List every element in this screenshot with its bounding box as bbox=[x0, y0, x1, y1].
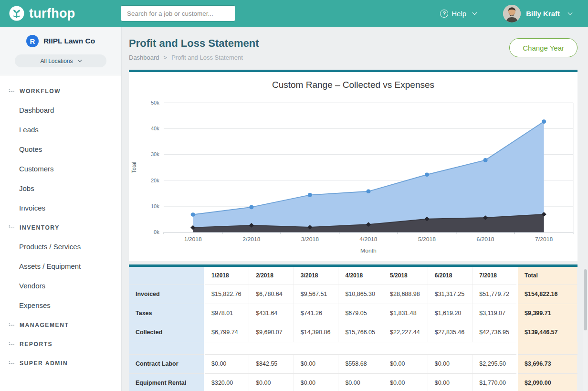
sidebar-item-dashboard[interactable]: Dashboard bbox=[0, 100, 121, 120]
total-header: Total bbox=[517, 267, 578, 285]
table-row: Invoiced$15,822.76$6,780.64$9,567.51$10,… bbox=[129, 285, 578, 304]
pl-table: 1/20182/20183/20184/20185/20186/20187/20… bbox=[129, 267, 578, 391]
change-year-button[interactable]: Change Year bbox=[509, 38, 578, 57]
sidebar-section-super-admin[interactable]: SUPER ADMIN bbox=[0, 353, 121, 372]
month-header: 4/2018 bbox=[338, 267, 383, 285]
month-header: 2/2018 bbox=[249, 267, 294, 285]
search-input[interactable] bbox=[121, 5, 235, 21]
turfhop-logo-icon bbox=[9, 5, 25, 21]
sidebar-item-vendors[interactable]: Vendors bbox=[0, 276, 121, 296]
cell-value: $320.00 bbox=[204, 373, 249, 391]
sidebar-item-customers[interactable]: Customers bbox=[0, 159, 121, 179]
app-window: turfhop ? Help Billy Kraft bbox=[0, 0, 588, 391]
breadcrumb-separator: > bbox=[164, 54, 168, 61]
sidebar-section-label: MANAGEMENT bbox=[20, 322, 69, 328]
cell-value: $431.64 bbox=[249, 304, 294, 323]
sidebar-item-leads[interactable]: Leads bbox=[0, 120, 121, 139]
svg-text:Month: Month bbox=[360, 248, 377, 254]
chevron-down-icon bbox=[568, 10, 573, 15]
row-total: $9,399.71 bbox=[517, 304, 578, 323]
cell-value bbox=[294, 342, 338, 354]
cell-value bbox=[383, 342, 428, 354]
user-menu[interactable]: Billy Kraft bbox=[503, 5, 572, 22]
sidebar-nav: WORKFLOWDashboardLeadsQuotesCustomersJob… bbox=[0, 75, 121, 378]
svg-text:40k: 40k bbox=[151, 126, 160, 132]
table-row: Contract Labor$0.00$842.55$0.00$558.68$0… bbox=[129, 354, 578, 373]
cell-value: $22,227.44 bbox=[383, 323, 428, 342]
cell-value: $0.00 bbox=[249, 373, 294, 391]
sidebar-item-quotes[interactable]: Quotes bbox=[0, 139, 121, 159]
cell-value: $1,831.48 bbox=[383, 304, 428, 323]
svg-text:6/2018: 6/2018 bbox=[476, 236, 494, 243]
sidebar-item-jobs[interactable]: Jobs bbox=[0, 179, 121, 198]
topbar: turfhop ? Help Billy Kraft bbox=[0, 0, 588, 27]
cell-value: $741.26 bbox=[294, 304, 338, 323]
month-header: 7/2018 bbox=[472, 267, 517, 285]
chart-svg: 0k10k20k30k40k50k1/20182/20183/20184/201… bbox=[129, 94, 578, 256]
sidebar: R RIIPL Lawn Co All Locations WORKFLOWDa… bbox=[0, 27, 122, 391]
month-header: 3/2018 bbox=[294, 267, 338, 285]
table-row: Collected$6,799.74$9,690.07$14,390.86$15… bbox=[129, 323, 578, 342]
sidebar-item-products-services[interactable]: Products / Services bbox=[0, 237, 121, 256]
month-header: 6/2018 bbox=[428, 267, 472, 285]
chevron-down-icon bbox=[472, 10, 477, 15]
company-name: RIIPL Lawn Co bbox=[43, 37, 95, 45]
breadcrumb-current: Profit and Loss Statement bbox=[171, 54, 243, 61]
tree-branch-icon bbox=[9, 225, 15, 231]
sidebar-item-assets-equipment[interactable]: Assets / Equipment bbox=[0, 256, 121, 276]
location-selector[interactable]: All Locations bbox=[15, 54, 106, 67]
table-card: 1/20182/20183/20184/20185/20186/20187/20… bbox=[129, 264, 578, 391]
sidebar-section-label: SUPER ADMIN bbox=[20, 360, 68, 367]
sidebar-item-expenses[interactable]: Expenses bbox=[0, 296, 121, 315]
cell-value: $679.05 bbox=[338, 304, 383, 323]
chevron-down-icon bbox=[77, 58, 81, 62]
help-menu[interactable]: ? Help bbox=[440, 10, 476, 18]
sidebar-section-reports[interactable]: REPORTS bbox=[0, 334, 121, 353]
cell-value: $0.00 bbox=[383, 373, 428, 391]
cell-value: $3,119.07 bbox=[472, 304, 517, 323]
cell-value: $2,295.50 bbox=[472, 354, 517, 373]
sidebar-section-inventory[interactable]: INVENTORY bbox=[0, 218, 121, 237]
svg-text:30k: 30k bbox=[151, 152, 160, 158]
table-scrollbar[interactable] bbox=[583, 268, 588, 391]
row-label-header bbox=[129, 267, 204, 285]
page-header: Profit and Loss Statement Dashboard > Pr… bbox=[129, 27, 578, 70]
svg-text:5/2018: 5/2018 bbox=[418, 236, 436, 243]
row-label: Invoiced bbox=[129, 285, 204, 304]
month-header: 1/2018 bbox=[204, 267, 249, 285]
breadcrumb-dashboard[interactable]: Dashboard bbox=[129, 54, 159, 61]
cell-value: $28,688.98 bbox=[383, 285, 428, 304]
cell-value: $1,619.20 bbox=[428, 304, 472, 323]
svg-text:2/2018: 2/2018 bbox=[242, 236, 261, 243]
cell-value: $0.00 bbox=[428, 373, 472, 391]
company: R RIIPL Lawn Co bbox=[8, 35, 114, 47]
svg-text:20k: 20k bbox=[151, 178, 160, 183]
svg-text:7/2018: 7/2018 bbox=[535, 236, 553, 243]
cell-value: $0.00 bbox=[294, 373, 338, 391]
brand-name: turfhop bbox=[29, 6, 75, 21]
sidebar-section-management[interactable]: MANAGEMENT bbox=[0, 315, 121, 334]
svg-text:3/2018: 3/2018 bbox=[301, 236, 319, 243]
tree-branch-icon bbox=[9, 361, 15, 366]
row-total: $154,822.16 bbox=[517, 285, 578, 304]
row-label: Taxes bbox=[129, 304, 204, 323]
row-label: Contract Labor bbox=[129, 354, 204, 373]
tree-branch-icon bbox=[9, 342, 15, 347]
cell-value: $842.55 bbox=[249, 354, 294, 373]
cell-value bbox=[428, 342, 472, 354]
cell-value: $0.00 bbox=[338, 373, 383, 391]
cell-value bbox=[338, 342, 383, 354]
row-label bbox=[129, 342, 204, 354]
sidebar-section-workflow[interactable]: WORKFLOW bbox=[0, 81, 121, 100]
cell-value: $14,390.86 bbox=[294, 323, 338, 342]
row-total: $3,696.73 bbox=[517, 354, 578, 373]
sidebar-item-invoices[interactable]: Invoices bbox=[0, 198, 121, 218]
svg-text:1/2018: 1/2018 bbox=[184, 236, 202, 243]
scrollbar-thumb[interactable] bbox=[584, 269, 587, 330]
avatar[interactable] bbox=[503, 5, 521, 22]
cell-value: $10,865.30 bbox=[338, 285, 383, 304]
cell-value: $9,567.51 bbox=[294, 285, 338, 304]
page-title: Profit and Loss Statement bbox=[129, 37, 259, 50]
table-header-row: 1/20182/20183/20184/20185/20186/20187/20… bbox=[129, 267, 578, 285]
row-label: Equipment Rental bbox=[129, 373, 204, 391]
